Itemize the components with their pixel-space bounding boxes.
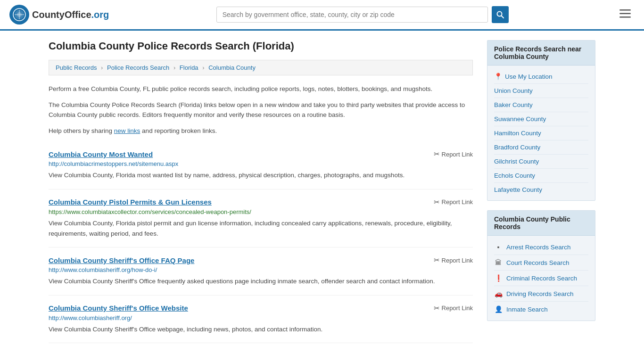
public-record-link-3[interactable]: Driving Records Search <box>506 290 574 297</box>
breadcrumb-florida[interactable]: Florida <box>180 64 198 71</box>
sidebar: Police Records Search near Columbia Coun… <box>487 40 595 343</box>
record-url-3[interactable]: http://www.columbiasheriff.org/ <box>49 314 473 321</box>
nearby-section-title: Police Records Search near Columbia Coun… <box>487 41 595 66</box>
nearby-county-link-7[interactable]: Lafayette County <box>494 186 542 193</box>
nearby-county-link-6[interactable]: Echols County <box>494 172 535 179</box>
record-entry-0: Columbia County Most Wanted ✂ Report Lin… <box>49 141 473 189</box>
record-entry-3: Columbia County Sheriff's Office Website… <box>49 296 473 344</box>
record-desc-3: View Columbia County Sheriff's Office we… <box>49 324 473 335</box>
public-record-link-1[interactable]: Court Records Search <box>506 259 570 266</box>
record-header-3: Columbia County Sheriff's Office Website… <box>49 304 473 313</box>
record-url-1[interactable]: https://www.columbiataxcollector.com/ser… <box>49 208 473 215</box>
public-record-item-4: 👤 Inmate Search <box>494 302 588 317</box>
breadcrumb: Public Records › Police Records Search ›… <box>49 60 473 75</box>
description-1: Perform a free Columbia County, FL publi… <box>49 84 473 94</box>
record-url-0[interactable]: http://columbiacrimestoppers.net/sitemen… <box>49 160 473 167</box>
description-2: The Columbia County Police Records Searc… <box>49 100 473 120</box>
menu-button[interactable] <box>616 7 635 23</box>
svg-rect-7 <box>619 13 631 15</box>
record-title-3[interactable]: Columbia County Sheriff's Office Website <box>49 304 188 312</box>
public-record-link-0[interactable]: Arrest Records Search <box>506 244 571 251</box>
svg-rect-6 <box>619 9 631 11</box>
nearby-county-1: Baker County <box>494 98 588 112</box>
nearby-county-link-4[interactable]: Bradford County <box>494 144 540 151</box>
svg-rect-8 <box>619 16 631 18</box>
report-icon-0: ✂ <box>434 150 440 158</box>
public-record-item-2: ❗ Criminal Records Search <box>494 271 588 286</box>
nearby-county-link-1[interactable]: Baker County <box>494 101 533 108</box>
content-area: Columbia County Police Records Search (F… <box>49 40 473 343</box>
breadcrumb-public-records[interactable]: Public Records <box>56 64 97 71</box>
breadcrumb-police-records[interactable]: Police Records Search <box>107 64 169 71</box>
record-title-2[interactable]: Columbia County Sheriff's Office FAQ Pag… <box>49 256 194 264</box>
nearby-county-0: Union County <box>494 84 588 98</box>
nearby-county-4: Bradford County <box>494 140 588 155</box>
nearby-county-link-0[interactable]: Union County <box>494 87 533 94</box>
report-link-0[interactable]: ✂ Report Link <box>434 150 473 158</box>
breadcrumb-columbia[interactable]: Columbia County <box>208 64 256 71</box>
record-header-2: Columbia County Sheriff's Office FAQ Pag… <box>49 256 473 264</box>
nearby-section: Police Records Search near Columbia Coun… <box>487 40 595 201</box>
public-record-icon-2: ❗ <box>494 274 503 282</box>
public-record-icon-3: 🚗 <box>494 290 503 297</box>
public-record-icon-0: ▪ <box>494 243 503 251</box>
public-record-link-4[interactable]: Inmate Search <box>506 306 548 313</box>
public-records-title: Columbia County Public Records <box>487 211 595 236</box>
description-3: Help others by sharing new links and rep… <box>49 126 473 136</box>
report-link-2[interactable]: ✂ Report Link <box>434 256 473 264</box>
public-record-item-1: 🏛 Court Records Search <box>494 255 588 271</box>
records-list: Columbia County Most Wanted ✂ Report Lin… <box>49 141 473 343</box>
record-header-0: Columbia County Most Wanted ✂ Report Lin… <box>49 150 473 158</box>
public-records-body: ▪ Arrest Records Search 🏛 Court Records … <box>487 236 595 321</box>
record-desc-0: View Columbia County, Florida most wante… <box>49 170 473 181</box>
public-records-list: ▪ Arrest Records Search 🏛 Court Records … <box>494 239 588 317</box>
logo-icon <box>9 5 29 25</box>
nearby-county-link-2[interactable]: Suwannee County <box>494 115 546 123</box>
record-title-0[interactable]: Columbia County Most Wanted <box>49 150 153 158</box>
record-entry-1: Columbia County Pistol Permits & Gun Lic… <box>49 189 473 247</box>
page-title: Columbia County Police Records Search (F… <box>49 40 473 52</box>
search-input[interactable] <box>216 7 488 23</box>
public-record-item-0: ▪ Arrest Records Search <box>494 239 588 255</box>
report-icon-2: ✂ <box>434 256 440 264</box>
search-button[interactable] <box>492 6 509 23</box>
nearby-county-6: Echols County <box>494 169 588 183</box>
new-links-link[interactable]: new links <box>114 127 140 134</box>
report-icon-1: ✂ <box>434 198 440 206</box>
record-header-1: Columbia County Pistol Permits & Gun Lic… <box>49 198 473 206</box>
nearby-county-5: Gilchrist County <box>494 155 588 169</box>
report-link-3[interactable]: ✂ Report Link <box>434 304 473 313</box>
record-url-2[interactable]: http://www.columbiasheriff.org/how-do-i/ <box>49 266 473 273</box>
nearby-counties-list: Union CountyBaker CountySuwannee CountyH… <box>494 84 588 197</box>
header: CountyOffice.org <box>0 0 644 31</box>
search-area <box>216 6 509 23</box>
report-link-1[interactable]: ✂ Report Link <box>434 198 473 206</box>
record-desc-1: View Columbia County, Florida pistol per… <box>49 218 473 239</box>
logo-text: CountyOffice.org <box>32 9 109 20</box>
public-record-item-3: 🚗 Driving Records Search <box>494 286 588 302</box>
record-desc-2: View Columbia County Sheriff's Office fr… <box>49 276 473 287</box>
nearby-county-7: Lafayette County <box>494 183 588 197</box>
logo-area: CountyOffice.org <box>9 5 109 25</box>
public-record-link-2[interactable]: Criminal Records Search <box>506 275 577 282</box>
use-my-location[interactable]: 📍 Use My Location <box>494 69 588 84</box>
nearby-county-2: Suwannee County <box>494 112 588 126</box>
nearby-county-link-5[interactable]: Gilchrist County <box>494 158 539 165</box>
nearby-county-3: Hamilton County <box>494 126 588 140</box>
svg-line-5 <box>501 16 504 18</box>
public-records-section: Columbia County Public Records ▪ Arrest … <box>487 210 595 321</box>
record-entry-2: Columbia County Sheriff's Office FAQ Pag… <box>49 247 473 296</box>
nearby-county-link-3[interactable]: Hamilton County <box>494 130 541 137</box>
report-icon-3: ✂ <box>434 304 440 313</box>
location-icon: 📍 <box>494 73 502 80</box>
record-title-1[interactable]: Columbia County Pistol Permits & Gun Lic… <box>49 198 212 206</box>
nearby-section-body: 📍 Use My Location Union CountyBaker Coun… <box>487 66 595 200</box>
public-record-icon-4: 👤 <box>494 305 503 313</box>
main-content: Columbia County Police Records Search (F… <box>39 31 605 353</box>
public-record-icon-1: 🏛 <box>494 259 503 266</box>
